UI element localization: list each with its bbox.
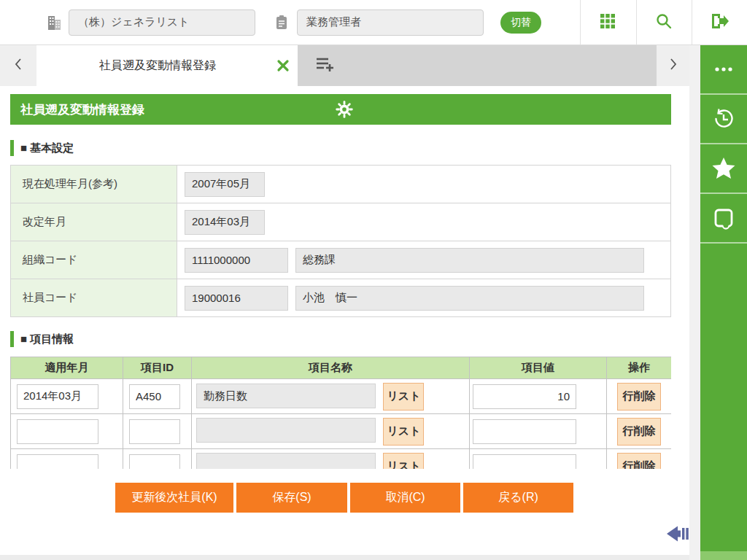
section-items-title: ■ 項目情報 xyxy=(20,332,74,346)
page-title-bar: 社員遡及変動情報登録 xyxy=(10,94,671,125)
logout-button[interactable] xyxy=(699,0,740,44)
add-list-icon xyxy=(314,55,336,77)
bottom-scrollbar-strip[interactable] xyxy=(0,555,689,560)
company-field[interactable] xyxy=(69,9,255,36)
right-sidebar xyxy=(700,45,747,560)
sidebar-history-button[interactable] xyxy=(700,95,747,144)
form-label: 改定年月 xyxy=(11,203,177,241)
topbar: 切替 xyxy=(0,0,747,45)
item-name-field[interactable] xyxy=(196,418,376,443)
topbar-divider xyxy=(580,0,581,44)
page-title: 社員遡及変動情報登録 xyxy=(10,101,325,118)
col-header-item-name: 項目名称 xyxy=(192,357,470,379)
items-header-row: 適用年月 項目ID 項目名称 項目値 操作 xyxy=(11,357,672,379)
grid-icon xyxy=(598,12,617,34)
period-input[interactable] xyxy=(17,419,98,444)
close-icon xyxy=(276,59,290,72)
sidebar-bottom-strip xyxy=(700,551,747,560)
form-row-org-code: 組織コード xyxy=(11,241,670,279)
employee-name-field[interactable] xyxy=(295,286,644,311)
period-input[interactable] xyxy=(17,384,98,409)
employee-code-field[interactable] xyxy=(185,286,288,311)
org-name-field[interactable] xyxy=(295,248,644,273)
form-row-revision-month: 改定年月 xyxy=(11,203,670,241)
revision-month-field[interactable] xyxy=(185,210,265,235)
col-header-period: 適用年月 xyxy=(11,357,123,379)
form-label: 現在処理年月(参考) xyxy=(11,166,177,203)
section-accent-bar xyxy=(10,331,14,347)
tabstrip: 社員遡及変動情報登録 xyxy=(0,45,689,86)
section-items-header: ■ 項目情報 xyxy=(10,330,74,348)
star-icon xyxy=(711,157,736,180)
new-tab-button[interactable] xyxy=(298,45,657,86)
chevron-left-icon xyxy=(13,57,23,74)
role-field[interactable] xyxy=(297,9,484,36)
col-header-item-value: 項目値 xyxy=(470,357,607,379)
table-row: リスト 行削除 xyxy=(11,414,672,449)
col-header-item-id: 項目ID xyxy=(123,357,192,379)
tab-scroll-right-button[interactable] xyxy=(657,45,689,86)
company-building-icon xyxy=(45,14,63,31)
delete-row-button[interactable]: 行削除 xyxy=(617,383,661,411)
role-clipboard-icon xyxy=(273,14,290,31)
topbar-divider xyxy=(636,0,637,44)
item-name-field[interactable] xyxy=(196,384,376,408)
logout-icon xyxy=(709,12,729,34)
section-basic-title: ■ 基本設定 xyxy=(20,141,74,155)
memo-tray-icon xyxy=(712,206,735,230)
footer-button-bar: 更新後次社員(K) 保存(S) 取消(C) 戻る(R) xyxy=(115,483,573,513)
delete-row-button[interactable]: 行削除 xyxy=(617,418,661,446)
collapse-sidebar-button[interactable] xyxy=(666,524,691,546)
col-header-operation: 操作 xyxy=(607,357,672,379)
sidebar-more-button[interactable] xyxy=(700,45,747,95)
tab-scroll-left-button[interactable] xyxy=(0,45,36,86)
tab-close-button[interactable] xyxy=(268,45,298,86)
item-id-input[interactable] xyxy=(129,384,180,409)
topbar-divider xyxy=(692,0,692,44)
list-button[interactable]: リスト xyxy=(383,383,424,411)
table-row: リスト 行削除 xyxy=(11,379,672,414)
form-row-employee-code: 社員コード xyxy=(11,279,670,317)
section-accent-bar xyxy=(10,140,14,156)
item-value-input[interactable] xyxy=(473,419,576,444)
menu-grid-button[interactable] xyxy=(587,0,628,44)
chevron-right-icon xyxy=(668,57,678,74)
item-name-field[interactable] xyxy=(196,453,376,469)
form-label: 組織コード xyxy=(11,241,177,279)
items-table-viewport: 適用年月 項目ID 項目名称 項目値 操作 リスト 行削除 リスト 行削除 xyxy=(10,357,671,469)
gear-icon xyxy=(335,100,354,119)
delete-row-button[interactable]: 行削除 xyxy=(617,453,661,470)
sidebar-memo-button[interactable] xyxy=(700,194,747,244)
collapse-arrow-icon xyxy=(666,524,691,543)
item-id-input[interactable] xyxy=(129,419,180,444)
update-next-employee-button[interactable]: 更新後次社員(K) xyxy=(115,483,233,513)
items-table: 適用年月 項目ID 項目名称 項目値 操作 リスト 行削除 リスト 行削除 xyxy=(10,357,671,469)
period-input[interactable] xyxy=(17,454,98,470)
table-row: リスト 行削除 xyxy=(11,449,672,470)
item-value-input[interactable] xyxy=(473,454,576,470)
list-button[interactable]: リスト xyxy=(383,453,424,470)
cancel-button[interactable]: 取消(C) xyxy=(350,483,460,513)
switch-button[interactable]: 切替 xyxy=(500,12,541,34)
sidebar-favorites-button[interactable] xyxy=(700,144,747,194)
tab-active[interactable]: 社員遡及変動情報登録 xyxy=(36,45,298,86)
form-row-current-month: 現在処理年月(参考) xyxy=(11,166,670,203)
basic-form: 現在処理年月(参考) 改定年月 組織コード 社員コード xyxy=(10,165,671,317)
search-icon xyxy=(654,12,673,34)
tab-title: 社員遡及変動情報登録 xyxy=(36,58,268,74)
item-value-input[interactable] xyxy=(473,384,576,409)
item-id-input[interactable] xyxy=(129,454,180,470)
content-sidebar-gutter xyxy=(689,45,700,560)
search-button[interactable] xyxy=(643,0,684,44)
section-basic-header: ■ 基本設定 xyxy=(10,139,74,157)
list-button[interactable]: リスト xyxy=(383,418,424,446)
back-button[interactable]: 戻る(R) xyxy=(463,483,573,513)
history-icon xyxy=(712,107,735,131)
form-label: 社員コード xyxy=(11,279,177,316)
org-code-field[interactable] xyxy=(185,248,288,273)
save-button[interactable]: 保存(S) xyxy=(236,483,347,513)
settings-gear-button[interactable] xyxy=(325,100,671,119)
current-month-field[interactable] xyxy=(185,172,265,197)
ellipsis-icon xyxy=(714,66,733,72)
